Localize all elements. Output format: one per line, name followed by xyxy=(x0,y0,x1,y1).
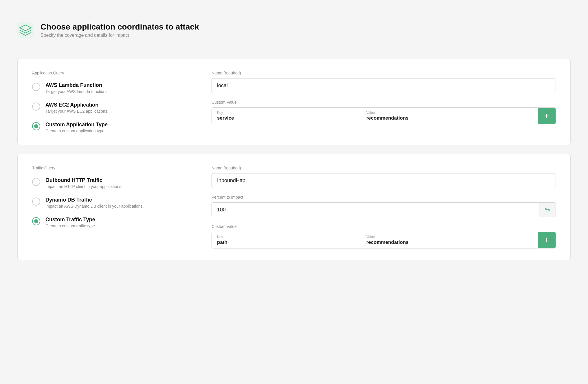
radio-http-desc: Impact an HTTP client in your applicatio… xyxy=(45,184,122,189)
traffic-add-button[interactable]: + xyxy=(538,232,556,248)
radio-option-custom-app[interactable]: Custom Application Type Create a custom … xyxy=(32,122,188,133)
radio-http-title: Outbound HTTP Traffic xyxy=(45,177,122,183)
page-title: Choose application coordinates to attack xyxy=(41,22,199,32)
percent-input[interactable] xyxy=(212,203,539,217)
app-query-right-panel: Name (required) Custom Value Key Value + xyxy=(212,71,556,133)
radio-custom-app-title: Custom Application Type xyxy=(45,122,108,128)
radio-ec2-desc: Target your AWS EC2 applications. xyxy=(45,109,108,114)
layers-icon xyxy=(17,22,34,38)
page-subtitle: Specify the coverage and details for imp… xyxy=(41,33,199,38)
traffic-val-wrapper: Value xyxy=(361,232,538,248)
app-val-wrapper: Value xyxy=(361,108,538,124)
radio-custom-traffic-text: Custom Traffic Type Create a custom traf… xyxy=(45,217,96,228)
radio-dynamo[interactable] xyxy=(32,198,40,206)
app-query-left-panel: Application Query AWS Lambda Function Ta… xyxy=(32,71,188,133)
radio-lambda-desc: Target your AWS lambda functions. xyxy=(45,89,109,94)
app-value-label: Value xyxy=(366,111,532,115)
radio-custom-traffic-desc: Create a custom traffic type. xyxy=(45,224,96,228)
radio-dynamo-title: Dynamo DB Traffic xyxy=(45,197,144,203)
traffic-key-label: Key xyxy=(217,235,356,239)
traffic-name-label: Name (required) xyxy=(212,166,556,170)
radio-option-dynamo[interactable]: Dynamo DB Traffic Impact an AWS Dynamo D… xyxy=(32,197,188,209)
application-query-section: Application Query AWS Lambda Function Ta… xyxy=(17,59,571,145)
radio-option-lambda[interactable]: AWS Lambda Function Target your AWS lamb… xyxy=(32,82,188,94)
radio-custom-traffic[interactable] xyxy=(32,217,40,225)
radio-http[interactable] xyxy=(32,178,40,186)
traffic-custom-value-label: Custom Value xyxy=(212,224,556,229)
traffic-name-input[interactable] xyxy=(212,173,556,188)
radio-ec2-title: AWS EC2 Application xyxy=(45,102,108,108)
traffic-key-wrapper: Key xyxy=(212,232,361,248)
radio-custom-app-desc: Create a custom application type. xyxy=(45,129,108,133)
radio-ec2-text: AWS EC2 Application Target your AWS EC2 … xyxy=(45,102,108,114)
radio-custom-app-text: Custom Application Type Create a custom … xyxy=(45,122,108,133)
plus-icon: + xyxy=(544,111,549,120)
radio-option-ec2[interactable]: AWS EC2 Application Target your AWS EC2 … xyxy=(32,102,188,114)
traffic-key-input[interactable] xyxy=(217,239,356,245)
plus-icon-traffic: + xyxy=(544,235,549,245)
app-value-input[interactable] xyxy=(366,115,532,121)
app-query-label: Application Query xyxy=(32,71,188,75)
traffic-query-right-panel: Name (required) Percent to Impact % Cust… xyxy=(212,166,556,248)
header-text-block: Choose application coordinates to attack… xyxy=(41,22,199,38)
traffic-query-left-panel: Traffic Query Outbound HTTP Traffic Impa… xyxy=(32,166,188,248)
traffic-value-input[interactable] xyxy=(366,239,532,245)
radio-custom-traffic-title: Custom Traffic Type xyxy=(45,217,96,223)
traffic-value-label: Value xyxy=(366,235,532,239)
header-divider xyxy=(17,50,571,50)
app-add-button[interactable]: + xyxy=(538,108,556,124)
radio-http-text: Outbound HTTP Traffic Impact an HTTP cli… xyxy=(45,177,122,189)
percent-row: % xyxy=(212,202,556,217)
app-name-input[interactable] xyxy=(212,78,556,93)
page-header: Choose application coordinates to attack… xyxy=(17,12,571,47)
app-key-input[interactable] xyxy=(217,115,356,121)
app-custom-value-label: Custom Value xyxy=(212,100,556,105)
traffic-query-label: Traffic Query xyxy=(32,166,188,170)
radio-ec2[interactable] xyxy=(32,103,40,111)
app-name-label: Name (required) xyxy=(212,71,556,75)
percent-suffix: % xyxy=(539,203,556,217)
radio-lambda-text: AWS Lambda Function Target your AWS lamb… xyxy=(45,82,109,94)
app-key-label: Key xyxy=(217,111,356,115)
traffic-custom-value-row: Key Value + xyxy=(212,232,556,248)
app-custom-value-row: Key Value + xyxy=(212,107,556,124)
radio-lambda[interactable] xyxy=(32,83,40,91)
percent-label: Percent to Impact xyxy=(212,195,556,200)
app-key-wrapper: Key xyxy=(212,108,361,124)
radio-custom-app[interactable] xyxy=(32,122,40,130)
radio-option-http[interactable]: Outbound HTTP Traffic Impact an HTTP cli… xyxy=(32,177,188,189)
radio-lambda-title: AWS Lambda Function xyxy=(45,82,109,88)
traffic-query-section: Traffic Query Outbound HTTP Traffic Impa… xyxy=(17,154,571,260)
radio-dynamo-desc: Impact an AWS Dynamo DB client in your a… xyxy=(45,204,144,209)
radio-option-custom-traffic[interactable]: Custom Traffic Type Create a custom traf… xyxy=(32,217,188,228)
radio-dynamo-text: Dynamo DB Traffic Impact an AWS Dynamo D… xyxy=(45,197,144,209)
